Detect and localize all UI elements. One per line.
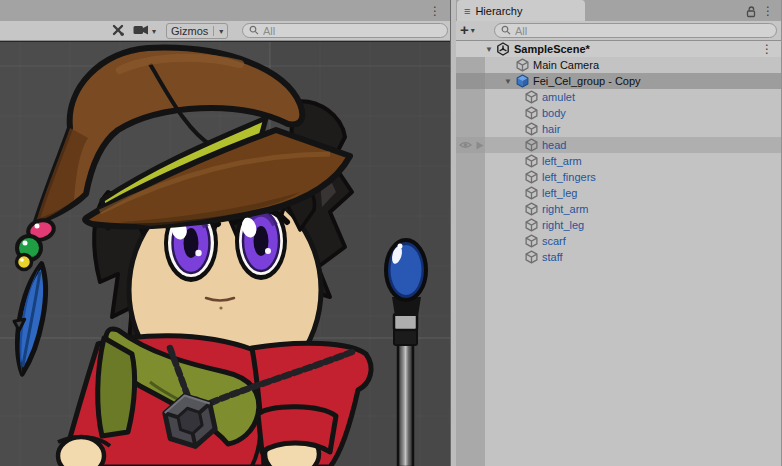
row-label: right_leg — [542, 217, 584, 233]
hierarchy-tabbar: ≡ Hierarchy ⋮ — [456, 0, 781, 22]
hierarchy-toolbar: + ▾ — [456, 21, 781, 41]
scene-viewport[interactable] — [0, 41, 450, 466]
hierarchy-row-hair[interactable]: hair — [456, 121, 781, 137]
hierarchy-panel: ≡ Hierarchy ⋮ + ▾ — [456, 0, 782, 466]
scene-menu-kebab-icon[interactable]: ⋮ — [429, 3, 441, 19]
scene-search-box[interactable] — [242, 23, 448, 38]
gizmos-label: Gizmos — [171, 25, 208, 37]
hierarchy-search-input[interactable] — [515, 25, 770, 37]
prefab-cube-icon — [515, 74, 529, 88]
gameobject-cube-icon — [524, 138, 538, 152]
row-label: left_fingers — [542, 169, 596, 185]
divider — [213, 26, 214, 36]
create-object-button[interactable]: + ▾ — [460, 23, 475, 37]
list-icon: ≡ — [464, 5, 470, 17]
row-label: right_arm — [542, 201, 588, 217]
hierarchy-row-right-arm[interactable]: right_arm — [456, 201, 781, 217]
unity-editor-window: ⋮ — [0, 0, 782, 466]
hierarchy-row-amulet[interactable]: amulet — [456, 89, 781, 105]
hierarchy-row-left-fingers[interactable]: left_fingers — [456, 169, 781, 185]
row-label: hair — [542, 121, 560, 137]
hierarchy-row-main-camera[interactable]: Main Camera — [456, 57, 781, 73]
row-label: left_leg — [542, 185, 577, 201]
row-label: left_arm — [542, 153, 582, 169]
hierarchy-row-fei-cel-group[interactable]: ▼ Fei_Cel_group - Copy — [456, 73, 781, 89]
camera-icon — [133, 24, 150, 39]
hierarchy-row-head[interactable]: head — [456, 137, 781, 153]
row-label: amulet — [542, 89, 575, 105]
gameobject-cube-icon — [524, 218, 538, 232]
gameobject-cube-icon — [524, 202, 538, 216]
row-label: head — [542, 137, 566, 153]
search-icon — [249, 22, 260, 40]
plus-icon: + — [460, 23, 469, 37]
gameobject-cube-icon — [515, 58, 529, 72]
hierarchy-search-box[interactable] — [494, 23, 777, 38]
wrench-screwdriver-icon — [110, 22, 126, 40]
row-label: scarf — [542, 233, 566, 249]
row-label: Main Camera — [533, 57, 599, 73]
chevron-down-icon: ▾ — [471, 26, 475, 35]
mage-character-sprite — [0, 42, 450, 466]
hierarchy-row-right-leg[interactable]: right_leg — [456, 217, 781, 233]
scene-tabbar: ⋮ — [0, 0, 450, 22]
hierarchy-menu-kebab-icon[interactable]: ⋮ — [762, 3, 774, 19]
scene-toolbar: ▾ Gizmos ▾ — [0, 21, 450, 41]
row-label: Fei_Cel_group - Copy — [533, 73, 641, 89]
gameobject-cube-icon — [524, 250, 538, 264]
tool-settings-button[interactable] — [108, 23, 128, 39]
hierarchy-row-body[interactable]: body — [456, 105, 781, 121]
scene-row-kebab-icon[interactable]: ⋮ — [761, 41, 773, 57]
scene-search-input[interactable] — [263, 25, 441, 37]
pickability-arrow-icon[interactable] — [476, 140, 484, 152]
hierarchy-tab-label: Hierarchy — [475, 5, 522, 17]
camera-settings-button[interactable]: ▾ — [131, 23, 158, 39]
gameobject-cube-icon — [524, 186, 538, 200]
hierarchy-row-scarf[interactable]: scarf — [456, 233, 781, 249]
chevron-down-icon: ▾ — [152, 27, 156, 36]
row-label: staff — [542, 249, 563, 265]
search-icon — [501, 22, 512, 40]
unity-scene-icon — [496, 42, 510, 56]
gameobject-cube-icon — [524, 106, 538, 120]
lock-icon[interactable] — [745, 4, 757, 22]
expand-arrow-icon[interactable]: ▼ — [482, 45, 496, 54]
scene-view-panel: ⋮ — [0, 0, 450, 466]
expand-arrow-icon[interactable]: ▼ — [501, 77, 515, 86]
hierarchy-row-left-arm[interactable]: left_arm — [456, 153, 781, 169]
gameobject-cube-icon — [524, 122, 538, 136]
scene-row-label: SampleScene* — [514, 41, 590, 57]
visibility-eye-icon[interactable] — [459, 140, 472, 152]
hierarchy-tree: ▼ SampleScene* ⋮ — [456, 41, 781, 466]
tab-hierarchy[interactable]: ≡ Hierarchy — [457, 0, 585, 21]
hierarchy-row-staff[interactable]: staff — [456, 249, 781, 265]
row-label: body — [542, 105, 566, 121]
gameobject-cube-icon — [524, 154, 538, 168]
hierarchy-row-scene[interactable]: ▼ SampleScene* ⋮ — [456, 41, 781, 57]
gizmos-dropdown[interactable]: Gizmos ▾ — [166, 23, 228, 39]
gameobject-cube-icon — [524, 234, 538, 248]
gameobject-cube-icon — [524, 170, 538, 184]
chevron-down-icon: ▾ — [219, 27, 223, 36]
hierarchy-row-left-leg[interactable]: left_leg — [456, 185, 781, 201]
gameobject-cube-icon — [524, 90, 538, 104]
